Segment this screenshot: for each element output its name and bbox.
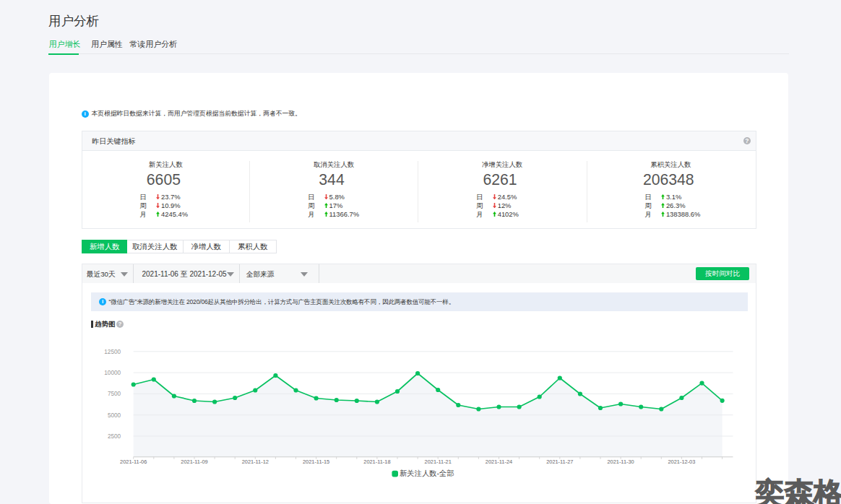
svg-text:2021-12-03: 2021-12-03	[668, 459, 695, 465]
svg-text:12500: 12500	[104, 349, 121, 355]
svg-text:2021-11-09: 2021-11-09	[181, 459, 207, 465]
svg-text:2021-11-12: 2021-11-12	[242, 459, 269, 465]
svg-text:2021-11-30: 2021-11-30	[607, 459, 634, 465]
svg-text:2021-11-27: 2021-11-27	[546, 459, 573, 465]
svg-text:2021-11-24: 2021-11-24	[486, 459, 512, 465]
svg-text:2021-11-21: 2021-11-21	[425, 459, 452, 465]
svg-text:2021-11-18: 2021-11-18	[363, 459, 390, 465]
svg-text:2021-11-06: 2021-11-06	[120, 459, 147, 465]
svg-text:2500: 2500	[108, 433, 121, 440]
svg-text:新关注人数-全部: 新关注人数-全部	[400, 469, 454, 477]
svg-text:10000: 10000	[104, 370, 121, 376]
svg-text:7500: 7500	[108, 391, 121, 397]
svg-text:2021-11-15: 2021-11-15	[303, 459, 329, 465]
svg-text:5000: 5000	[108, 412, 121, 419]
